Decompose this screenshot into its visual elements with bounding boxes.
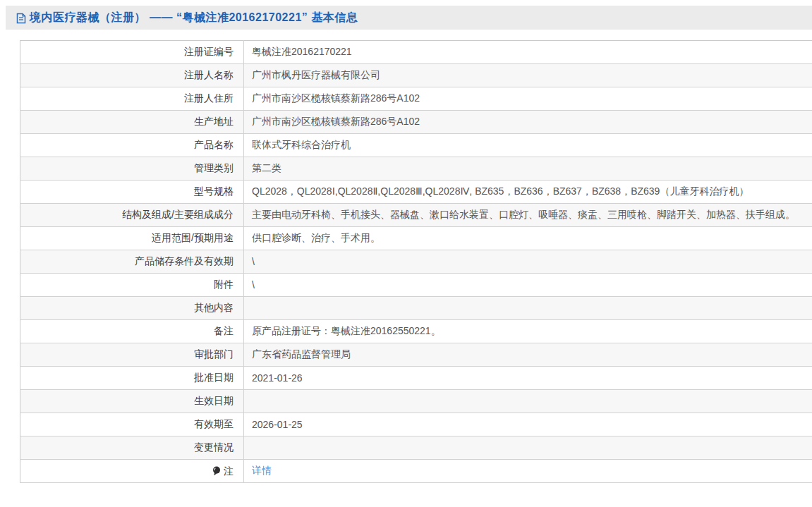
row-value-text: 粤械注准20162170221 (252, 46, 352, 57)
row-value-text: QL2028，QL2028Ⅰ,QL2028Ⅱ,QL2028Ⅲ,QL2028Ⅳ, … (252, 185, 749, 197)
row-value: 广州市枫丹医疗器械有限公司 (244, 64, 812, 87)
row-value: 联体式牙科综合治疗机 (244, 134, 812, 157)
row-value: 2021-01-26 (244, 367, 812, 390)
row-value: 原产品注册证号：粤械注准20162550221。 (244, 320, 812, 343)
row-label: 产品储存条件及有效期 (20, 250, 244, 274)
table-row: 备注 原产品注册证号：粤械注准20162550221。 (20, 320, 812, 343)
row-value (244, 436, 812, 460)
row-value: 广州市南沙区榄核镇蔡新路286号A102 (244, 111, 812, 134)
row-value (244, 297, 812, 320)
row-label: 附件 (20, 274, 244, 297)
row-label-text: 注 (224, 465, 234, 477)
row-label: 批准日期 (20, 367, 244, 390)
row-label: 其他内容 (20, 297, 244, 320)
row-value-text: 联体式牙科综合治疗机 (252, 139, 351, 150)
table-row: 注 详情 (20, 460, 812, 483)
row-label-text: 管理类别 (194, 162, 234, 173)
row-label-text: 注册人住所 (184, 92, 234, 104)
row-label: 备注 (20, 320, 244, 343)
row-label-text: 审批部门 (194, 348, 234, 360)
row-label: 审批部门 (20, 343, 244, 367)
row-label-text: 适用范围/预期用途 (152, 232, 234, 243)
row-value: 主要由电动牙科椅、手机接头、器械盘、漱口给水装置、口腔灯、吸唾器、痰盂、三用喷枪… (244, 204, 812, 227)
table-row: 变更情况 (20, 436, 812, 460)
row-value-text: 2021-01-26 (252, 372, 303, 384)
row-value: 粤械注准20162170221 (244, 41, 812, 64)
row-value: \ (244, 250, 812, 274)
row-value-text: \ (252, 256, 255, 267)
table-row: 结构及组成/主要组成成分 主要由电动牙科椅、手机接头、器械盘、漱口给水装置、口腔… (20, 204, 812, 227)
page-title: 境内医疗器械（注册） —— “粤械注准20162170221” 基本信息 (30, 11, 358, 25)
row-label-text: 变更情况 (194, 441, 234, 453)
row-label-text: 有效期至 (194, 418, 234, 429)
table-row: 有效期至 2026-01-25 (20, 413, 812, 436)
row-label: 注册人名称 (20, 64, 244, 87)
table-row: 注册人住所 广州市南沙区榄核镇蔡新路286号A102 (20, 87, 812, 111)
row-label: 生产地址 (20, 111, 244, 134)
row-label-text: 产品储存条件及有效期 (135, 255, 234, 267)
table-row: 注册证编号 粤械注准20162170221 (20, 41, 812, 64)
table-row: 其他内容 (20, 297, 812, 320)
row-label-text: 结构及组成/主要组成成分 (122, 209, 234, 220)
row-value: 2026-01-25 (244, 413, 812, 436)
row-label-text: 注册证编号 (184, 46, 234, 57)
row-value-text: 原产品注册证号：粤械注准20162550221。 (252, 325, 441, 336)
table-row: 产品储存条件及有效期 \ (20, 250, 812, 274)
row-label: 注册人住所 (20, 87, 244, 111)
row-value-text: 广州市枫丹医疗器械有限公司 (252, 69, 380, 80)
row-label: 产品名称 (20, 134, 244, 157)
row-label-text: 注册人名称 (184, 69, 234, 80)
row-value-text: 广州市南沙区榄核镇蔡新路286号A102 (252, 92, 420, 104)
row-label: 适用范围/预期用途 (20, 227, 244, 250)
row-value-text: 主要由电动牙科椅、手机接头、器械盘、漱口给水装置、口腔灯、吸唾器、痰盂、三用喷枪… (252, 209, 795, 220)
row-value (244, 390, 812, 413)
table-row: 注册人名称 广州市枫丹医疗器械有限公司 (20, 64, 812, 87)
table-row: 适用范围/预期用途 供口腔诊断、治疗、手术用。 (20, 227, 812, 250)
table-row: 产品名称 联体式牙科综合治疗机 (20, 134, 812, 157)
info-table: 注册证编号 粤械注准20162170221 注册人名称 广州市枫丹医疗器械有限公… (20, 40, 812, 483)
row-label-text: 备注 (214, 325, 234, 336)
row-label: 管理类别 (20, 157, 244, 181)
row-value-text: 广州市南沙区榄核镇蔡新路286号A102 (252, 116, 420, 127)
row-label-text: 生效日期 (194, 395, 234, 406)
balloon-icon (212, 466, 221, 476)
row-label-text: 产品名称 (194, 139, 234, 150)
row-value-text: 供口腔诊断、治疗、手术用。 (252, 232, 380, 243)
row-label: 生效日期 (20, 390, 244, 413)
row-label-text: 其他内容 (194, 302, 234, 313)
row-label-text: 附件 (214, 279, 234, 290)
row-label: 变更情况 (20, 436, 244, 460)
table-row: 审批部门 广东省药品监督管理局 (20, 343, 812, 367)
row-label-text: 生产地址 (194, 116, 234, 127)
table-row: 生产地址 广州市南沙区榄核镇蔡新路286号A102 (20, 111, 812, 134)
row-label-text: 型号规格 (194, 185, 234, 197)
row-label: 有效期至 (20, 413, 244, 436)
table-row: 型号规格 QL2028，QL2028Ⅰ,QL2028Ⅱ,QL2028Ⅲ,QL20… (20, 181, 812, 204)
row-value-text: \ (252, 279, 255, 291)
row-value-text: 第二类 (252, 162, 281, 173)
row-value: 第二类 (244, 157, 812, 181)
header-bar: 境内医疗器械（注册） —— “粤械注准20162170221” 基本信息 (6, 6, 812, 30)
row-label: 结构及组成/主要组成成分 (20, 204, 244, 227)
row-label-text: 批准日期 (194, 372, 234, 383)
table-row: 生效日期 (20, 390, 812, 413)
table-row: 附件 \ (20, 274, 812, 297)
info-table-body: 注册证编号 粤械注准20162170221 注册人名称 广州市枫丹医疗器械有限公… (20, 41, 812, 483)
table-row: 批准日期 2021-01-26 (20, 367, 812, 390)
detail-link[interactable]: 详情 (252, 465, 272, 476)
info-table-wrap: 注册证编号 粤械注准20162170221 注册人名称 广州市枫丹医疗器械有限公… (20, 40, 812, 483)
row-value-text: 广东省药品监督管理局 (252, 348, 351, 360)
row-label: 注册证编号 (20, 41, 244, 64)
row-value-text: 2026-01-25 (252, 419, 303, 430)
document-icon (16, 13, 26, 24)
row-value: \ (244, 274, 812, 297)
row-value: 广州市南沙区榄核镇蔡新路286号A102 (244, 87, 812, 111)
table-row: 管理类别 第二类 (20, 157, 812, 181)
row-value: 供口腔诊断、治疗、手术用。 (244, 227, 812, 250)
row-label: 注 (20, 460, 244, 483)
row-value: 详情 (244, 460, 812, 483)
row-value: 广东省药品监督管理局 (244, 343, 812, 367)
row-label: 型号规格 (20, 181, 244, 204)
row-value: QL2028，QL2028Ⅰ,QL2028Ⅱ,QL2028Ⅲ,QL2028Ⅳ, … (244, 181, 812, 204)
